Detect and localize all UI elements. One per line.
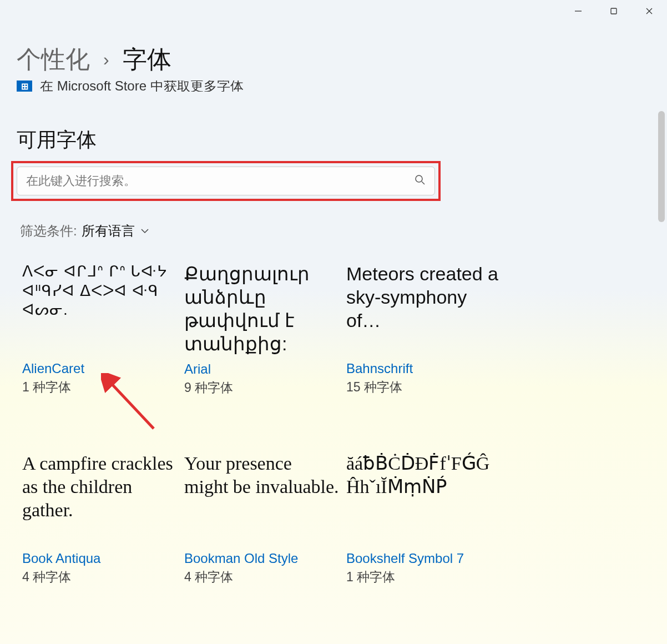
store-link-text: 在 Microsoft Store 中获取更多字体 bbox=[40, 80, 244, 92]
font-count: 4 种字体 bbox=[184, 568, 340, 586]
font-count: 1 种字体 bbox=[22, 379, 178, 396]
search-icon bbox=[415, 174, 426, 188]
font-name: Bookshelf Symbol 7 bbox=[346, 551, 502, 566]
font-count: 15 种字体 bbox=[346, 379, 502, 396]
chevron-down-icon bbox=[140, 228, 149, 234]
store-link[interactable]: ⊞ 在 Microsoft Store 中获取更多字体 bbox=[17, 80, 244, 92]
close-button[interactable] bbox=[631, 0, 667, 22]
close-icon bbox=[645, 7, 653, 15]
filter-dropdown[interactable]: 所有语言 bbox=[82, 222, 149, 240]
font-count: 9 种字体 bbox=[184, 379, 340, 396]
font-card-bookshelf-symbol-7[interactable]: ăáƀḂĊḊĐḞfˈFǴĜ ĤhˇıĬṀṃṄṔ Bookshelf Symbol… bbox=[346, 452, 502, 586]
font-card-bahnschrift[interactable]: Meteors created a sky-symphony of… Bahns… bbox=[346, 262, 502, 396]
breadcrumb: 个性化 › 字体 bbox=[17, 43, 171, 76]
font-count: 1 种字体 bbox=[346, 568, 502, 586]
font-count: 4 种字体 bbox=[22, 568, 178, 586]
font-preview: Քաղցրալուր անձրևը թափվում է տանիքից: bbox=[184, 262, 340, 356]
font-name: Bahnschrift bbox=[346, 361, 502, 376]
font-card-arial[interactable]: Քաղցրալուր անձրևը թափվում է տանիքից: Ari… bbox=[184, 262, 340, 396]
breadcrumb-separator-icon: › bbox=[103, 49, 109, 70]
font-preview: ᐱᐸᓂ ᐊᒋᒧᐢ ᒋᐢ ᒐᐘᔭ ᐊᐦᑫᓯᐊ ᐃᐸᐳᐊ ᐘᑫ ᐊᔕᓂ. bbox=[22, 262, 178, 355]
font-preview: ăáƀḂĊḊĐḞfˈFǴĜ ĤhˇıĬṀṃṄṔ bbox=[346, 452, 502, 545]
font-name: AlienCaret bbox=[22, 361, 178, 376]
font-preview: Meteors created a sky-symphony of… bbox=[346, 262, 502, 355]
search-input[interactable] bbox=[26, 174, 415, 188]
font-card-book-antiqua[interactable]: A campfire crackles as the children gath… bbox=[22, 452, 178, 586]
scrollbar[interactable] bbox=[658, 111, 665, 222]
font-name: Arial bbox=[184, 361, 340, 377]
font-preview: Your presence might be invaluable. bbox=[184, 452, 340, 545]
filter-value: 所有语言 bbox=[82, 222, 135, 240]
font-name: Bookman Old Style bbox=[184, 551, 340, 566]
section-title: 可用字体 bbox=[17, 127, 97, 154]
breadcrumb-parent[interactable]: 个性化 bbox=[17, 43, 90, 76]
font-card-aliencaret[interactable]: ᐱᐸᓂ ᐊᒋᒧᐢ ᒋᐢ ᒐᐘᔭ ᐊᐦᑫᓯᐊ ᐃᐸᐳᐊ ᐘᑫ ᐊᔕᓂ. Alien… bbox=[22, 262, 178, 396]
maximize-button[interactable] bbox=[596, 0, 631, 22]
search-input-wrapper[interactable] bbox=[17, 167, 435, 195]
breadcrumb-current: 字体 bbox=[123, 43, 171, 76]
font-grid: ᐱᐸᓂ ᐊᒋᒧᐢ ᒋᐢ ᒐᐘᔭ ᐊᐦᑫᓯᐊ ᐃᐸᐳᐊ ᐘᑫ ᐊᔕᓂ. Alien… bbox=[22, 262, 502, 586]
minimize-icon bbox=[574, 7, 582, 15]
font-name: Book Antiqua bbox=[22, 551, 178, 566]
filter-label: 筛选条件: bbox=[20, 222, 77, 240]
font-card-bookman-old-style[interactable]: Your presence might be invaluable. Bookm… bbox=[184, 452, 340, 586]
font-preview: A campfire crackles as the children gath… bbox=[22, 452, 178, 545]
svg-point-4 bbox=[416, 175, 422, 182]
svg-rect-1 bbox=[611, 8, 617, 14]
store-icon: ⊞ bbox=[17, 80, 32, 92]
maximize-icon bbox=[610, 7, 618, 15]
svg-line-5 bbox=[422, 182, 425, 184]
filter-row: 筛选条件: 所有语言 bbox=[20, 222, 149, 240]
search-highlight-box bbox=[11, 161, 441, 201]
minimize-button[interactable] bbox=[560, 0, 596, 22]
window-controls bbox=[560, 0, 667, 22]
